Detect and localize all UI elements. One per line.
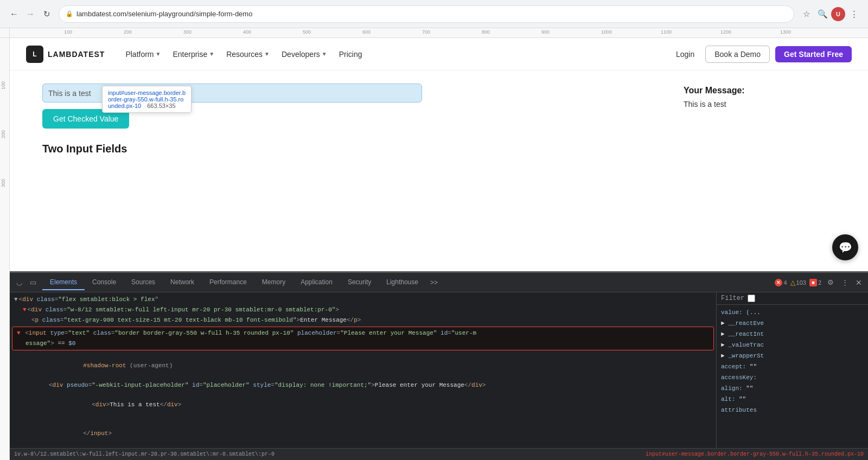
ruler-left: 100 200 300	[0, 38, 10, 460]
error-yellow-badge: △ 103	[790, 279, 806, 286]
prop-react-eve: ► __reactEve	[721, 318, 864, 329]
nav-resources[interactable]: Resources ▼	[221, 47, 275, 62]
code-line-shadow: #shadow-root (user-agent)	[10, 352, 716, 380]
prop-wrapper-st: ► _wrapperSt	[721, 350, 864, 361]
error-red-badge: ✕ 4	[775, 279, 787, 286]
tab-console[interactable]: Console	[85, 275, 124, 290]
logo-text: LAMBDATEST	[48, 50, 105, 59]
nav-pricing[interactable]: Pricing	[334, 47, 368, 62]
pricing-label: Pricing	[339, 50, 362, 59]
your-message-value: This is a test	[684, 100, 835, 108]
nav-menu: Platform ▼ Enterprise ▼ Resources ▼ Deve…	[120, 47, 662, 62]
nav-enterprise[interactable]: Enterprise ▼	[167, 47, 220, 62]
tooltip-size: 663.53×35	[147, 103, 175, 109]
devtools: ◡ ▭ Elements Console Sources Network Per…	[10, 271, 868, 460]
nav-right: Login Book a Demo Get Started Free	[671, 46, 852, 63]
tab-network[interactable]: Network	[163, 275, 202, 290]
chevron-1[interactable]: ▼	[14, 295, 18, 304]
tab-lighthouse[interactable]: Lighthouse	[379, 275, 426, 290]
prop-attributes: attributes	[721, 405, 864, 416]
resources-chevron: ▼	[264, 51, 270, 57]
prop-value-trac: ► _valueTrac	[721, 340, 864, 350]
devtools-settings-icon[interactable]: ⚙	[824, 276, 838, 290]
tab-more[interactable]: >>	[426, 276, 442, 290]
zoom-button[interactable]: 🔍	[815, 7, 830, 22]
error-box-badge: ■ 2	[809, 279, 821, 286]
devtools-inspect-icon[interactable]: ◡	[12, 276, 26, 290]
enterprise-label: Enterprise	[173, 50, 207, 59]
devtools-tabs-bar: ◡ ▭ Elements Console Sources Network Per…	[10, 273, 868, 292]
ruler-top: 100 200 300 400 500 600 700 800 900 1000…	[10, 28, 868, 38]
login-button[interactable]: Login	[671, 47, 700, 62]
warning-icon: △	[790, 279, 795, 286]
nav-platform[interactable]: Platform ▼	[120, 47, 166, 62]
prop-align: align: ""	[721, 383, 864, 394]
code-line-3: <p class="text-gray-900 text-size-15 mt-…	[10, 315, 716, 325]
devtools-errors: ✕ 4 △ 103 ■ 2	[775, 279, 821, 286]
error-box-count: 2	[818, 279, 821, 286]
filter-label: Filter	[721, 295, 744, 302]
code-line-value: <div>This is a test</div>	[10, 391, 716, 419]
menu-button[interactable]: ⋮	[846, 7, 861, 22]
error-yellow-count: 103	[796, 279, 806, 286]
code-line-selected[interactable]: ▼ <input type="text" class="border borde…	[12, 327, 714, 350]
devtools-status-bar: iv.w-8\/12.smtablet\:w-full.left-input.m…	[10, 448, 868, 460]
prop-alt: alt: ""	[721, 394, 864, 405]
element-tooltip: input#user-message.border.border-gray-55…	[102, 86, 192, 113]
reload-button[interactable]: ↻	[39, 7, 54, 22]
prop-access-key: accessKey:	[721, 372, 864, 383]
status-right: input#user-message.border.border-gray-55…	[646, 451, 864, 457]
address-bar[interactable]: 🔒 lambdatest.com/selenium-playground/sim…	[59, 5, 794, 23]
nav-buttons: ← → ↻	[7, 7, 54, 22]
devtools-code-panel[interactable]: ▼ <div class="flex smtablet:block > flex…	[10, 292, 716, 448]
get-started-button[interactable]: Get Started Free	[775, 46, 852, 62]
prop-accept: accept: ""	[721, 361, 864, 372]
platform-label: Platform	[125, 50, 154, 59]
prop-react-int: ► __reactInt	[721, 329, 864, 340]
devtools-kebab-icon[interactable]: ⋮	[838, 276, 852, 290]
user-avatar: U	[831, 7, 845, 21]
devtools-device-icon[interactable]: ▭	[26, 276, 40, 290]
demo-button[interactable]: Book a Demo	[705, 46, 770, 63]
ruler-corner	[0, 28, 10, 38]
section-title: Two Input Fields	[42, 143, 835, 155]
browser-actions: ☆ 🔍 U ⋮	[799, 7, 861, 22]
tab-performance[interactable]: Performance	[202, 275, 254, 290]
devtools-close-icon[interactable]: ✕	[852, 276, 866, 290]
navbar: L LAMBDATEST Platform ▼ Enterprise ▼ Res…	[10, 38, 868, 71]
developers-label: Developers	[282, 50, 320, 59]
sidebar-filter-row: Filter	[717, 292, 868, 305]
code-line-input-close: </input>	[10, 419, 716, 448]
right-panel: Your Message: This is a test	[684, 84, 835, 129]
chat-widget[interactable]: 💬	[832, 234, 858, 260]
code-line-placeholder: <div pseudo="-webkit-input-placeholder" …	[10, 380, 716, 391]
code-line-1: ▼ <div class="flex smtablet:block > flex…	[10, 295, 716, 305]
tab-elements[interactable]: Elements	[42, 275, 85, 290]
sidebar-props: value: (... ► __reactEve ► __reactInt ► …	[717, 305, 868, 448]
error-red-icon: ✕	[775, 279, 782, 286]
user-message-input[interactable]	[42, 84, 422, 103]
browser-chrome: ← → ↻ 🔒 lambdatest.com/selenium-playgrou…	[0, 0, 868, 28]
tab-memory[interactable]: Memory	[254, 275, 293, 290]
lock-icon: 🔒	[66, 10, 73, 17]
devtools-content: ▼ <div class="flex smtablet:block > flex…	[10, 292, 868, 448]
back-button[interactable]: ←	[7, 7, 22, 22]
error-box-icon: ■	[809, 279, 817, 286]
logo-icon: L	[26, 46, 43, 63]
bookmark-button[interactable]: ☆	[799, 7, 814, 22]
code-line-2: ▼ <div class="w-8/12 smtablet:w-full lef…	[10, 305, 716, 315]
logo[interactable]: L LAMBDATEST	[26, 46, 105, 63]
nav-developers[interactable]: Developers ▼	[276, 47, 333, 62]
tab-application[interactable]: Application	[293, 275, 340, 290]
forward-button[interactable]: →	[23, 7, 38, 22]
tab-security[interactable]: Security	[340, 275, 379, 290]
enterprise-chevron: ▼	[209, 51, 214, 57]
tab-sources[interactable]: Sources	[124, 275, 163, 290]
platform-chevron: ▼	[156, 51, 161, 57]
developers-chevron: ▼	[322, 51, 327, 57]
status-left: iv.w-8\/12.smtablet\:w-full.left-input.m…	[14, 451, 641, 457]
prop-value: value: (...	[721, 307, 864, 318]
resources-label: Resources	[226, 50, 263, 59]
two-input-fields-section: Two Input Fields	[10, 137, 868, 161]
filter-checkbox[interactable]	[748, 295, 755, 302]
